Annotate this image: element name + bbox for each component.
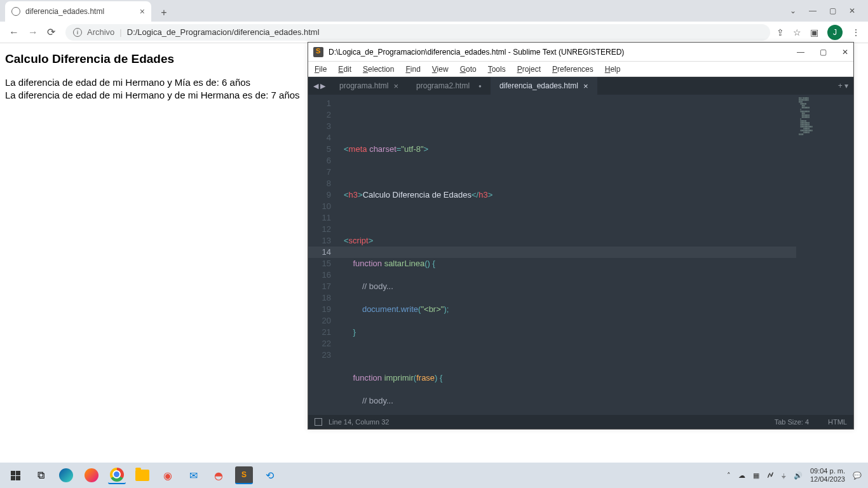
new-tab-button[interactable]: + bbox=[155, 4, 173, 22]
chevron-down-icon[interactable]: ⌄ bbox=[790, 6, 796, 15]
avatar[interactable]: J bbox=[827, 25, 843, 40]
chrome-icon[interactable] bbox=[108, 466, 126, 484]
firefox-icon[interactable] bbox=[83, 466, 100, 484]
info-icon[interactable]: i bbox=[73, 28, 82, 37]
sublime-window: D:\Logica_de_Programacion\diferencia_eda… bbox=[308, 42, 854, 430]
tab-programa[interactable]: programa.html× bbox=[330, 77, 407, 95]
chrome-toolbar: ← → ⟳ i Archivo | D:/Logica_de_Programac… bbox=[0, 22, 868, 43]
onedrive-icon[interactable]: ☁ bbox=[738, 471, 745, 480]
globe-icon bbox=[11, 7, 20, 16]
sublime-title-text: D:\Logica_de_Programacion\diferencia_eda… bbox=[329, 48, 624, 57]
menu-find[interactable]: Find bbox=[405, 65, 420, 74]
back-icon[interactable]: ← bbox=[9, 27, 19, 38]
panel-toggle-icon[interactable] bbox=[315, 418, 322, 426]
sublime-tabs: ◀ ▶ programa.html× programa2.html difere… bbox=[308, 77, 853, 95]
status-language[interactable]: HTML bbox=[828, 418, 847, 426]
share-icon[interactable]: ⇪ bbox=[776, 27, 784, 37]
maximize-icon[interactable]: ▢ bbox=[829, 6, 836, 15]
menu-preferences[interactable]: Preferences bbox=[552, 65, 593, 74]
sublime-taskbar-icon[interactable]: S bbox=[235, 466, 253, 484]
sublime-statusbar: Line 14, Column 32 Tab Size: 4 HTML bbox=[308, 415, 853, 429]
tab-diferencia-edades[interactable]: diferencia_edades.html× bbox=[491, 77, 597, 95]
notifications-icon[interactable]: 💬 bbox=[853, 471, 862, 480]
menu-goto[interactable]: Goto bbox=[460, 65, 477, 74]
minimize-icon[interactable]: — bbox=[809, 6, 817, 15]
file-explorer-icon[interactable] bbox=[133, 466, 151, 484]
menu-tools[interactable]: Tools bbox=[488, 65, 506, 74]
app-icon-2[interactable]: ◓ bbox=[210, 466, 227, 484]
address-scheme: Archivo bbox=[87, 27, 114, 37]
clock[interactable]: 09:04 p. m. 12/04/2023 bbox=[810, 467, 845, 484]
sublime-titlebar[interactable]: D:\Logica_de_Programacion\diferencia_eda… bbox=[308, 43, 853, 62]
maximize-icon[interactable]: ▢ bbox=[820, 48, 827, 57]
reload-icon[interactable]: ⟳ bbox=[47, 26, 55, 38]
windows-taskbar: ⧉ ◉ ✉ ◓ S ⟲ ˄ ☁ ▦ 🗲 ⏚ 🔊 09:04 p. m. 12/0… bbox=[0, 463, 868, 488]
menu-help[interactable]: Help bbox=[605, 65, 621, 74]
chevron-up-icon[interactable]: ˄ bbox=[727, 471, 731, 480]
outlook-icon[interactable]: ✉ bbox=[184, 466, 202, 484]
code-area[interactable]: <meta charset="utf-8"> <h3>Calculo Difer… bbox=[337, 95, 796, 415]
start-button[interactable] bbox=[6, 466, 24, 484]
teamviewer-icon[interactable]: ⟲ bbox=[261, 466, 278, 484]
app-icon[interactable]: ◉ bbox=[159, 466, 177, 484]
minimize-icon[interactable]: — bbox=[797, 48, 804, 57]
sublime-menubar: File Edit Selection Find View Goto Tools… bbox=[308, 62, 853, 77]
tab-programa2[interactable]: programa2.html bbox=[407, 77, 491, 95]
close-icon[interactable]: ✕ bbox=[849, 6, 855, 15]
panel-icon[interactable]: ▣ bbox=[810, 27, 818, 37]
menu-selection[interactable]: Selection bbox=[363, 65, 394, 74]
tab-title: diferencia_edades.html bbox=[25, 7, 104, 16]
menu-edit[interactable]: Edit bbox=[338, 65, 351, 74]
close-icon[interactable]: ✕ bbox=[842, 48, 848, 57]
task-view-icon[interactable]: ⧉ bbox=[32, 466, 50, 484]
close-icon[interactable]: × bbox=[140, 7, 145, 16]
nav-arrows: ← → ⟳ bbox=[5, 26, 59, 38]
menu-view[interactable]: View bbox=[432, 65, 449, 74]
forward-icon[interactable]: → bbox=[28, 27, 38, 38]
editor-body: 1234567891011121314151617181920212223 <m… bbox=[308, 95, 853, 415]
volume-icon[interactable]: 🔊 bbox=[794, 471, 803, 480]
chrome-tab-active[interactable]: diferencia_edades.html × bbox=[5, 1, 151, 22]
tab-scroll-arrows[interactable]: ◀ ▶ bbox=[308, 77, 330, 95]
close-icon[interactable]: × bbox=[583, 81, 588, 91]
line-numbers: 1234567891011121314151617181920212223 bbox=[308, 95, 337, 415]
menu-file[interactable]: File bbox=[315, 65, 327, 74]
close-icon[interactable]: × bbox=[393, 81, 398, 91]
status-tab-size[interactable]: Tab Size: 4 bbox=[775, 418, 809, 426]
address-url: D:/Logica_de_Programacion/diferencia_eda… bbox=[127, 27, 320, 37]
edge-icon[interactable] bbox=[57, 466, 75, 484]
toolbar-icons: ⇪ ☆ ▣ J ⋮ bbox=[776, 25, 863, 40]
system-tray: ˄ ☁ ▦ 🗲 ⏚ 🔊 09:04 p. m. 12/04/2023 💬 bbox=[727, 467, 862, 484]
star-icon[interactable]: ☆ bbox=[793, 27, 801, 37]
chrome-tab-strip: diferencia_edades.html × + ⌄ — ▢ ✕ bbox=[0, 0, 868, 22]
window-controls: ⌄ — ▢ ✕ bbox=[790, 0, 868, 22]
menu-icon[interactable]: ⋮ bbox=[851, 27, 860, 37]
sublime-window-controls: — ▢ ✕ bbox=[797, 48, 848, 57]
battery-icon[interactable]: 🗲 bbox=[767, 471, 774, 479]
tray-icon[interactable]: ▦ bbox=[753, 471, 759, 480]
chrome-browser-frame: diferencia_edades.html × + ⌄ — ▢ ✕ ← → ⟳… bbox=[0, 0, 868, 43]
sublime-logo-icon bbox=[313, 47, 323, 57]
wifi-icon[interactable]: ⏚ bbox=[782, 471, 786, 479]
menu-project[interactable]: Project bbox=[517, 65, 541, 74]
address-bar[interactable]: i Archivo | D:/Logica_de_Programacion/di… bbox=[65, 24, 770, 41]
status-cursor-pos: Line 14, Column 32 bbox=[329, 418, 389, 426]
minimap[interactable]: ████ ████████ █████████████ █████ ██████… bbox=[796, 95, 853, 415]
tab-overflow[interactable]: + ▾ bbox=[833, 77, 853, 95]
